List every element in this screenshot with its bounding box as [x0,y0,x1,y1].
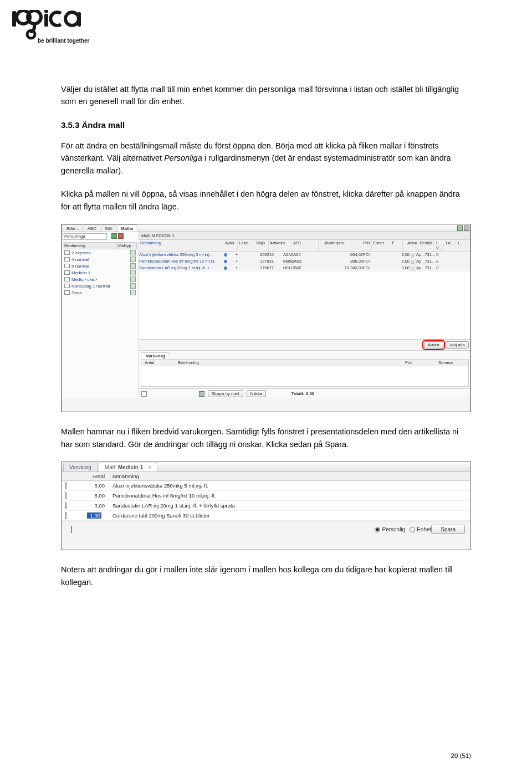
cart-icon[interactable]: 🛒 [411,259,415,264]
table-row[interactable]: 1,00 Cordarone tabl 200mg Sanofi 30 st,b… [62,511,470,521]
logo: be brilliant together [11,10,91,44]
svg-point-5 [65,12,79,25]
svg-point-4 [44,10,48,13]
trash-icon[interactable] [65,512,66,519]
spara-button[interactable]: Spara [431,525,465,534]
paragraph-4: Mallen hamnar nu i fliken bredvid varuko… [61,425,471,450]
grid-row[interactable]: Aloxi injektionsvätska 250mkg 5 ml,inj..… [139,252,470,258]
svg-point-2 [27,30,35,38]
refresh-icon[interactable] [199,391,204,397]
doc-icon [130,257,136,262]
skapa-ny-mall-button[interactable]: Skapa ny mall [208,390,243,397]
paragraph-5: Notera att ändringar du gör i mallen int… [61,563,471,588]
trash-icon[interactable] [141,391,147,397]
ss1-left-panel: Personliga Benämning Malltyp 2 express 4… [62,232,139,398]
close-icon[interactable]: × [148,464,151,470]
radio-personlig-label: Personlig [382,526,405,532]
logo-tagline: be brilliant together [38,38,91,44]
cart-icon[interactable]: 🛒 [411,266,415,270]
svg-rect-6 [78,12,81,27]
trash-icon[interactable] [64,264,70,268]
remove-icon[interactable] [118,233,124,239]
trash-icon[interactable] [64,257,70,262]
print-icon[interactable] [464,225,469,231]
valj-alla-button[interactable]: Välj alla [446,341,469,348]
screenshot-2: Varukorg Mall: Medicin 1 × Antal Benämni… [61,462,471,550]
tab-sok[interactable]: Sök [101,224,116,232]
nasta-button[interactable]: Nästa [247,390,266,397]
page-number: 20 (51) [451,752,471,759]
andra-button[interactable]: Ändra [424,341,443,348]
radio-enhet[interactable] [410,527,415,532]
tab-mallar[interactable]: Mallar [117,224,137,232]
trash-icon[interactable] [65,482,66,489]
trash-icon[interactable] [64,284,70,288]
table-row[interactable]: 3,00 Sandostatin LAR inj 20mg 1 st,inj.-… [62,501,470,511]
table-row[interactable]: 8,00 Pamidronatdinat Hos inf 6mg/ml 10 m… [62,491,470,501]
doc-icon [130,290,136,295]
tab-varukorg[interactable]: Varukorg [63,463,98,471]
antal-input-selected[interactable]: 1,00 [87,512,101,519]
ss1-list-header: Benämning Malltyp [63,242,137,249]
radio-enhet-label: Enhet [417,526,431,532]
doc-icon [130,276,136,282]
grid-header: Benämning Avtal Läke... Miljö Artikelnr … [139,240,470,252]
list-item[interactable]: 4 normal [63,256,137,263]
cart-icon[interactable]: 🛒 [411,253,415,257]
ss1-tab-bar: Bläd... ABC Sök Mallar [62,224,470,232]
tab-mall-medicin[interactable]: Mall: Medicin 1 × [99,463,157,471]
list-item[interactable]: 5 normal [63,263,137,269]
list-item[interactable]: Narcoslag 1 normal [63,283,137,289]
doc-icon [130,263,136,269]
add-icon[interactable] [111,233,117,239]
list-item[interactable]: Sana [63,289,137,296]
screenshot-1: Bläd... ABC Sök Mallar Personliga [61,224,471,412]
info-icon [224,260,227,263]
grid-row[interactable]: Sandostatin LAR inj 20mg 1 st,inj.-fl. +… [139,265,470,271]
refresh-icon[interactable] [457,225,463,231]
info-icon [224,266,227,270]
info-icon [224,253,227,257]
em-personliga: Personliga [164,153,202,162]
total-label: Totalt: 0,00 [291,391,315,396]
trash-icon[interactable] [65,502,66,509]
grid-row[interactable]: Pamidronatdinat Hos inf 6mg/ml 10 ml,in.… [139,258,470,265]
list-item[interactable]: 2 express [63,249,137,256]
trash-icon[interactable] [64,270,70,275]
tab-abc[interactable]: ABC [84,224,100,232]
list-item[interactable]: Mediq <смк> [63,276,137,283]
tab-blad[interactable]: Bläd... [63,224,83,232]
trash-icon[interactable] [65,492,66,499]
varukorg-tab[interactable]: Varukorg [141,352,170,359]
radio-personlig[interactable] [375,527,380,532]
trash-icon[interactable] [64,250,70,255]
dropdown-personliga[interactable]: Personliga [63,233,107,240]
doc-icon [130,270,136,275]
svg-rect-3 [44,14,48,27]
trash-icon[interactable] [64,277,70,281]
doc-icon [130,250,136,255]
mall-title: Mall: MEDICIN 1 [139,232,470,240]
paragraph-1: Väljer du istället att flytta mall till … [61,83,471,108]
trash-icon[interactable] [71,526,72,533]
list-item[interactable]: Medicin 1 [63,269,137,276]
heading-andra-mall: 3.5.3 Ändra mall [61,120,471,130]
paragraph-2: För att ändra en beställningsmall måste … [61,140,471,177]
table-row[interactable]: 8,00 Aloxi injektionsvätska 250mkg 5 ml,… [62,481,470,491]
ss2-header: Antal Benämning [62,472,470,481]
doc-icon [130,283,136,289]
cart-body: Antal Benämning Pris Summa [141,359,469,387]
paragraph-3: Klicka på mallen ni vill öppna, så visas… [61,188,471,213]
trash-icon[interactable] [64,290,70,295]
